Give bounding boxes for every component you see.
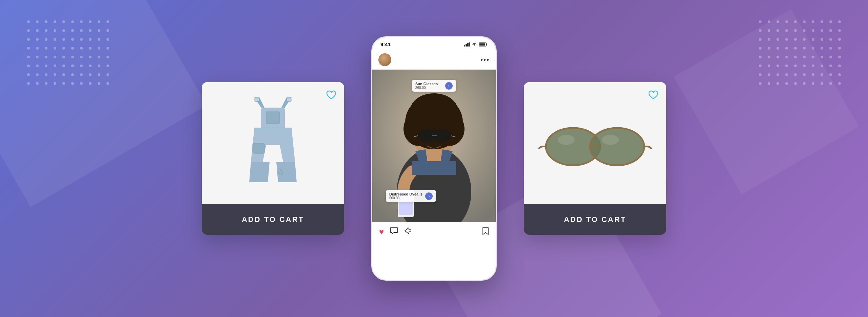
dot bbox=[829, 29, 832, 32]
right-add-to-cart-button[interactable]: ADD TO CART bbox=[524, 204, 666, 235]
dot bbox=[838, 29, 841, 32]
sunglasses-tag-info: Sun Glasses $60.00 bbox=[415, 82, 442, 90]
overalls-tag-price: $60.00 bbox=[389, 196, 422, 200]
svg-rect-9 bbox=[466, 44, 467, 46]
svg-rect-13 bbox=[479, 43, 485, 45]
dot bbox=[821, 38, 823, 41]
svg-rect-4 bbox=[253, 143, 264, 153]
dot bbox=[759, 29, 762, 32]
dot bbox=[803, 64, 806, 67]
more-options-button[interactable]: ••• bbox=[480, 56, 490, 64]
dot bbox=[80, 64, 83, 67]
bg-shape-3 bbox=[674, 9, 859, 194]
dot bbox=[106, 38, 109, 41]
sunglasses-tag-arrow[interactable]: › bbox=[445, 82, 453, 90]
dot bbox=[27, 56, 30, 58]
dot bbox=[54, 29, 56, 32]
dot bbox=[829, 56, 832, 58]
dot bbox=[27, 20, 30, 23]
dot bbox=[803, 38, 806, 41]
dot bbox=[71, 56, 74, 58]
dot bbox=[62, 73, 65, 76]
dot bbox=[768, 38, 770, 41]
overalls-product-tag[interactable]: Distressed Ovealls $60.00 › bbox=[386, 190, 436, 202]
dot bbox=[776, 29, 779, 32]
dot bbox=[62, 20, 65, 23]
dot bbox=[36, 64, 39, 67]
dot bbox=[89, 47, 92, 50]
dot bbox=[821, 56, 823, 58]
bookmark-button[interactable] bbox=[482, 227, 489, 237]
sunglasses-product-tag[interactable]: Sun Glasses $60.00 › bbox=[412, 80, 456, 92]
dot bbox=[106, 20, 109, 23]
dot bbox=[759, 20, 762, 23]
svg-rect-3 bbox=[266, 112, 280, 124]
svg-rect-11 bbox=[469, 42, 470, 46]
dot bbox=[98, 56, 100, 58]
dot bbox=[54, 20, 56, 23]
dot bbox=[54, 64, 56, 67]
overalls-tag-info: Distressed Ovealls $60.00 bbox=[389, 192, 422, 200]
sunglasses-tag-price: $60.00 bbox=[415, 86, 442, 90]
dot bbox=[776, 20, 779, 23]
dot bbox=[821, 47, 823, 50]
dot bbox=[54, 82, 56, 85]
dot bbox=[54, 38, 56, 41]
dot bbox=[45, 29, 47, 32]
dot bbox=[768, 73, 770, 76]
instagram-header: ••• bbox=[372, 50, 496, 70]
dot bbox=[803, 82, 806, 85]
phone-actions: ♥ bbox=[372, 222, 496, 241]
dot bbox=[785, 29, 788, 32]
left-card-image-area bbox=[202, 82, 344, 204]
dot bbox=[80, 38, 83, 41]
dot bbox=[812, 82, 814, 85]
dot bbox=[829, 38, 832, 41]
sunglasses-tag-name: Sun Glasses bbox=[415, 82, 442, 86]
dot bbox=[759, 82, 762, 85]
dot bbox=[45, 20, 47, 23]
dot bbox=[829, 73, 832, 76]
dot bbox=[829, 20, 832, 23]
comment-button[interactable] bbox=[390, 227, 398, 237]
overalls-tag-arrow[interactable]: › bbox=[425, 192, 433, 200]
dot bbox=[45, 64, 47, 67]
dot bbox=[821, 29, 823, 32]
dot bbox=[785, 64, 788, 67]
dot bbox=[80, 73, 83, 76]
svg-rect-2 bbox=[287, 98, 291, 101]
dot bbox=[803, 73, 806, 76]
dot bbox=[71, 64, 74, 67]
dot bbox=[838, 38, 841, 41]
dot bbox=[768, 56, 770, 58]
dot bbox=[768, 20, 770, 23]
dot bbox=[829, 64, 832, 67]
dot bbox=[794, 82, 797, 85]
left-wishlist-button[interactable] bbox=[325, 89, 337, 101]
dot bbox=[812, 47, 814, 50]
dot bbox=[62, 56, 65, 58]
dot bbox=[776, 82, 779, 85]
dot bbox=[80, 56, 83, 58]
dot bbox=[776, 64, 779, 67]
dot bbox=[785, 82, 788, 85]
dot bbox=[794, 29, 797, 32]
dot bbox=[803, 20, 806, 23]
dot bbox=[62, 64, 65, 67]
dot bbox=[89, 38, 92, 41]
share-button[interactable] bbox=[404, 227, 412, 237]
dot bbox=[106, 56, 109, 58]
svg-point-35 bbox=[602, 135, 619, 145]
dot bbox=[812, 64, 814, 67]
dot bbox=[89, 82, 92, 85]
left-add-to-cart-button[interactable]: ADD TO CART bbox=[202, 204, 344, 235]
dot bbox=[89, 20, 92, 23]
dot bbox=[838, 73, 841, 76]
dot bbox=[71, 73, 74, 76]
user-avatar bbox=[378, 53, 391, 66]
dot bbox=[785, 20, 788, 23]
dot bbox=[106, 64, 109, 67]
right-wishlist-button[interactable] bbox=[647, 89, 659, 101]
dot bbox=[812, 38, 814, 41]
like-button[interactable]: ♥ bbox=[379, 227, 384, 237]
